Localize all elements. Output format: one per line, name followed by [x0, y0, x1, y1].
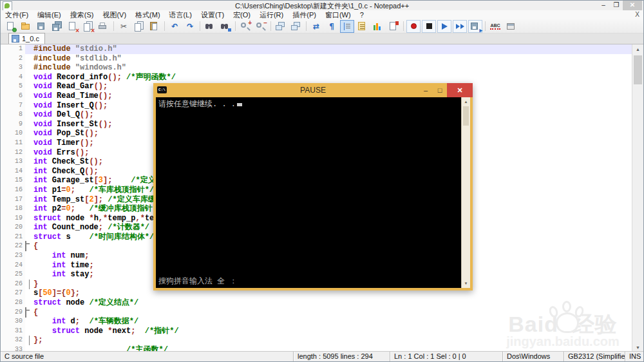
- menu-item-11[interactable]: ?: [355, 11, 368, 19]
- code-line[interactable]: 4void Record_info(); /*声明函数*/: [1, 73, 632, 82]
- open-file-icon[interactable]: [19, 20, 33, 33]
- status-eol-format[interactable]: Dos\Windows: [503, 352, 564, 362]
- sync-horizontal-scroll-icon[interactable]: [289, 20, 303, 33]
- menu-item-9[interactable]: 插件(P): [288, 11, 321, 19]
- zoom-out-icon[interactable]: −: [254, 20, 268, 33]
- fold-marker[interactable]: [25, 308, 33, 318]
- bookmark-margin[interactable]: [1, 186, 10, 195]
- bookmark-margin[interactable]: [1, 327, 10, 336]
- bookmark-margin[interactable]: [1, 280, 10, 289]
- menu-item-8[interactable]: 运行(R): [255, 11, 288, 19]
- bookmark-margin[interactable]: [1, 242, 10, 251]
- bookmark-margin[interactable]: [1, 251, 10, 261]
- bookmark-margin[interactable]: [1, 298, 10, 308]
- bookmark-margin[interactable]: [1, 54, 10, 64]
- scroll-up-icon[interactable]: ▲: [632, 44, 643, 54]
- function-list-icon[interactable]: [355, 20, 370, 33]
- stop-recording-icon[interactable]: [422, 20, 436, 33]
- close-file-icon[interactable]: ×: [66, 20, 80, 33]
- menu-item-6[interactable]: 设置(T): [196, 11, 229, 19]
- bookmark-margin[interactable]: [1, 176, 10, 186]
- console-scroll-down-icon[interactable]: ▼: [462, 280, 470, 287]
- cut-icon[interactable]: ✂: [117, 20, 131, 33]
- bookmark-margin[interactable]: [1, 129, 10, 138]
- menu-item-5[interactable]: 语言(L): [165, 11, 196, 19]
- save-all-icon[interactable]: [50, 20, 64, 33]
- tab-1-0-c[interactable]: 1_0.c: [8, 33, 45, 44]
- bookmark-margin[interactable]: [1, 195, 10, 205]
- zoom-in-icon[interactable]: +: [238, 20, 252, 33]
- bookmark-margin[interactable]: [1, 91, 10, 101]
- code-line[interactable]: 2#include "stdlib.h": [1, 54, 632, 64]
- status-encoding[interactable]: GB2312 (Simplified): [564, 352, 625, 362]
- code-line[interactable]: 1#include "stdio.h": [1, 44, 632, 54]
- close-all-icon[interactable]: ×: [81, 20, 95, 33]
- bookmark-margin[interactable]: [1, 138, 10, 148]
- menu-item-10[interactable]: 窗口(W): [321, 11, 355, 19]
- redo-icon[interactable]: ↷: [183, 20, 197, 33]
- copy-icon[interactable]: [132, 20, 146, 33]
- save-recorded-macro-icon[interactable]: ▸: [468, 20, 482, 33]
- menu-item-3[interactable]: 视图(V): [98, 11, 131, 19]
- fold-marker[interactable]: [25, 242, 33, 251]
- bookmark-margin[interactable]: [1, 223, 10, 233]
- console-window[interactable]: C:\ PAUSE – □ ✕ 请按任意键继续. . . 搜狗拼音输入法 全 ：…: [153, 83, 473, 291]
- bookmark-margin[interactable]: [1, 63, 10, 73]
- word-wrap-icon[interactable]: ⇄: [309, 20, 323, 33]
- record-macro-icon[interactable]: [406, 20, 421, 33]
- console-maximize-icon[interactable]: □: [433, 83, 447, 97]
- bookmark-margin[interactable]: [1, 289, 10, 298]
- console-minimize-icon[interactable]: –: [419, 83, 433, 97]
- bookmark-margin[interactable]: [1, 82, 10, 91]
- indent-guide-icon[interactable]: [340, 20, 354, 33]
- bookmark-margin[interactable]: [1, 308, 10, 318]
- console-scrollbar-thumb[interactable]: [463, 106, 469, 126]
- replace-icon[interactable]: [218, 20, 232, 33]
- monitoring-icon[interactable]: [386, 20, 401, 33]
- console-scroll-up-icon[interactable]: ▲: [462, 98, 470, 106]
- code-line[interactable]: 3#include "windows.h": [1, 63, 632, 73]
- save-icon[interactable]: [35, 20, 49, 33]
- print-icon[interactable]: [97, 20, 111, 33]
- bookmark-margin[interactable]: [1, 261, 10, 271]
- menubar-close-icon[interactable]: X: [635, 10, 639, 19]
- console-title-bar[interactable]: C:\ PAUSE – □ ✕: [153, 83, 473, 97]
- bookmark-margin[interactable]: [1, 214, 10, 224]
- document-map-icon[interactable]: [371, 20, 385, 33]
- document-switcher-icon[interactable]: [504, 20, 518, 33]
- bookmark-margin[interactable]: [1, 110, 10, 120]
- show-all-characters-icon[interactable]: ¶: [325, 20, 339, 33]
- undo-icon[interactable]: ↶: [167, 20, 182, 33]
- status-insert-mode[interactable]: INS: [625, 352, 643, 362]
- bookmark-margin[interactable]: [1, 270, 10, 280]
- bookmark-margin[interactable]: [1, 167, 10, 176]
- spell-check-icon[interactable]: ABC: [488, 20, 502, 33]
- bookmark-margin[interactable]: [1, 233, 10, 242]
- menu-item-1[interactable]: 编辑(E): [33, 11, 66, 19]
- minimize-icon[interactable]: –: [597, 1, 610, 10]
- new-file-icon[interactable]: [4, 20, 18, 33]
- run-macro-multiple-icon[interactable]: [453, 20, 467, 33]
- bookmark-margin[interactable]: [1, 148, 10, 158]
- sync-vertical-scroll-icon[interactable]: [274, 20, 288, 33]
- menu-item-7[interactable]: 宏(O): [229, 11, 255, 19]
- menu-item-0[interactable]: 文件(F): [1, 11, 33, 19]
- find-icon[interactable]: [203, 20, 217, 33]
- restore-icon[interactable]: ❐: [610, 1, 623, 10]
- bookmark-margin[interactable]: [1, 120, 10, 129]
- scrollbar-thumb[interactable]: [634, 55, 642, 84]
- bookmark-margin[interactable]: [1, 317, 10, 327]
- console-scrollbar[interactable]: ▲ ▼: [461, 97, 470, 288]
- console-close-icon[interactable]: ✕: [447, 83, 473, 97]
- bookmark-margin[interactable]: [1, 73, 10, 82]
- bookmark-margin[interactable]: [1, 204, 10, 214]
- menu-item-4[interactable]: 格式(M): [131, 11, 165, 19]
- play-macro-icon[interactable]: [437, 20, 451, 33]
- close-icon[interactable]: ✕: [623, 1, 642, 10]
- bookmark-margin[interactable]: [1, 44, 10, 54]
- bookmark-margin[interactable]: [1, 336, 10, 345]
- paste-icon[interactable]: [147, 20, 162, 33]
- menu-item-2[interactable]: 搜索(S): [66, 11, 99, 19]
- bookmark-margin[interactable]: [1, 101, 10, 111]
- bookmark-margin[interactable]: [1, 157, 10, 167]
